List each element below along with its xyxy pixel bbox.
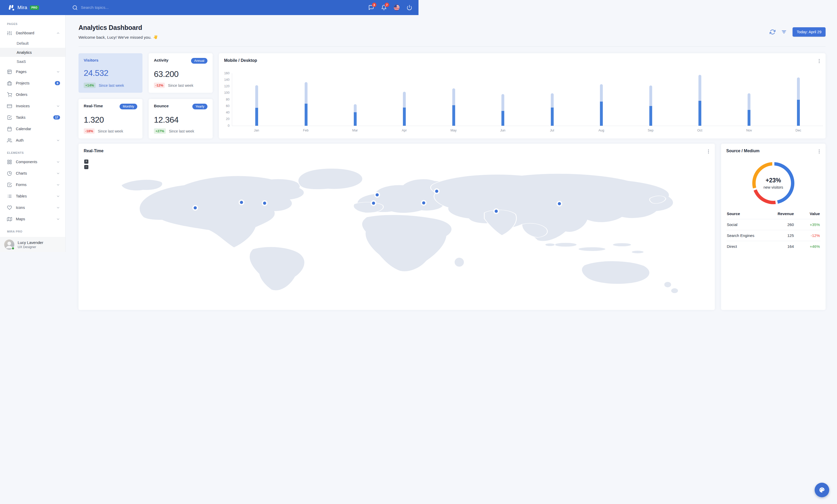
bar-chart-x-labels: JanFebMarAprMayJunJulAugSepOctNovDec bbox=[232, 129, 418, 132]
map-zoom-out-button[interactable]: − bbox=[84, 165, 88, 169]
check-square-icon bbox=[7, 182, 12, 187]
sidebar-item-calendar[interactable]: Calendar bbox=[0, 123, 65, 135]
sidebar-item-maps[interactable]: Maps bbox=[0, 213, 65, 225]
stat-card-top: BounceYearly bbox=[154, 104, 208, 109]
sidebar-item-tasks[interactable]: Tasks17 bbox=[0, 112, 65, 123]
us-flag-icon bbox=[394, 5, 399, 11]
sidebar-item-forms[interactable]: Forms bbox=[0, 179, 65, 190]
search-input[interactable] bbox=[81, 5, 141, 10]
sidebar-item-projects[interactable]: Projects8 bbox=[0, 77, 65, 89]
stat-note: Since last week bbox=[169, 129, 194, 133]
map-marker-west-coast-us bbox=[194, 206, 197, 209]
world-map: + − bbox=[84, 157, 418, 252]
language-flag-button[interactable] bbox=[394, 5, 399, 11]
stat-title: Visitors bbox=[84, 58, 99, 62]
chevron-down-icon bbox=[56, 70, 60, 74]
sidebar-item-label: Tables bbox=[16, 194, 27, 198]
sidebar-item-invoices[interactable]: Invoices bbox=[0, 100, 65, 112]
stat-card-real-time: Real-TimeMonthly1.320-18%Since last week bbox=[78, 99, 142, 138]
sidebar-item-charts[interactable]: Charts bbox=[0, 168, 65, 179]
sidebar-item-badge: 8 bbox=[55, 81, 60, 85]
delta-badge: -18% bbox=[84, 128, 95, 134]
layout-icon bbox=[7, 69, 12, 74]
user-role: UX Designer bbox=[18, 245, 43, 249]
map-marker-new-york bbox=[263, 202, 266, 205]
stat-value: 12.364 bbox=[154, 115, 208, 125]
chevron-down-icon bbox=[56, 194, 60, 198]
sidebar-subitem-default[interactable]: Default bbox=[0, 39, 65, 48]
sliders-icon bbox=[7, 31, 12, 36]
grid-icon bbox=[7, 160, 12, 165]
stat-title: Real-Time bbox=[84, 104, 103, 108]
briefcase-icon bbox=[7, 81, 12, 86]
pro-badge: PRO bbox=[30, 5, 39, 10]
map-marker-london bbox=[376, 193, 379, 197]
map-marker-chicago bbox=[240, 201, 243, 204]
stat-footer: +14%Since last week bbox=[84, 82, 137, 88]
stat-cards: Visitors24.532+14%Since last weekActivit… bbox=[78, 53, 213, 138]
bar-segment-mobile bbox=[255, 108, 258, 126]
users-icon bbox=[7, 138, 12, 143]
sidebar-user[interactable]: Lucy Lavender UX Designer bbox=[0, 237, 65, 252]
sidebar-item-components[interactable]: Components bbox=[0, 156, 65, 168]
calendar-icon bbox=[7, 127, 12, 131]
pie-chart-icon bbox=[7, 171, 12, 176]
period-badge: Monthly bbox=[120, 104, 137, 109]
stacked-bar bbox=[354, 73, 357, 126]
sidebar-item-label: Charts bbox=[16, 171, 27, 175]
sidebar-subitem-saas[interactable]: SaaS bbox=[0, 57, 65, 66]
stat-card-visitors: Visitors24.532+14%Since last week bbox=[78, 53, 142, 93]
bar-segment-desktop bbox=[403, 92, 406, 108]
period-badge: Yearly bbox=[192, 104, 208, 109]
spacer bbox=[403, 73, 406, 92]
chevron-down-icon bbox=[56, 217, 60, 221]
cart-icon bbox=[7, 92, 12, 97]
chevron-down-icon bbox=[56, 160, 60, 164]
navbar-actions: 3 7 bbox=[361, 5, 418, 11]
sidebar-item-dashboard[interactable]: Dashboard bbox=[0, 27, 65, 39]
sidebar: PAGESDashboardDefaultAnalyticsSaaSPagesP… bbox=[0, 15, 66, 252]
sidebar-item-tables[interactable]: Tables bbox=[0, 190, 65, 202]
bar-segment-desktop bbox=[354, 104, 357, 112]
sidebar-subitem-analytics[interactable]: Analytics bbox=[0, 48, 65, 57]
sidebar-item-orders[interactable]: Orders bbox=[0, 89, 65, 100]
map-marker-spain bbox=[372, 202, 375, 205]
power-icon bbox=[407, 5, 412, 11]
page-title: Analytics Dashboard bbox=[78, 24, 158, 32]
map-card-title: Real-Time bbox=[84, 149, 104, 153]
bar-segment-desktop bbox=[255, 85, 258, 108]
messages-button[interactable]: 3 bbox=[368, 5, 374, 11]
credit-card-icon bbox=[7, 104, 12, 109]
brand[interactable]: Mira PRO bbox=[0, 4, 66, 11]
stacked-bar bbox=[255, 73, 258, 126]
stat-card-top: ActivityAnnual bbox=[154, 58, 208, 64]
chevron-down-icon bbox=[56, 183, 60, 187]
sidebar-item-label: Invoices bbox=[16, 104, 30, 108]
notifications-button[interactable]: 7 bbox=[381, 5, 387, 11]
top-navbar: Mira PRO 3 7 bbox=[0, 0, 418, 15]
heart-icon bbox=[7, 205, 12, 210]
delta-badge: +27% bbox=[154, 128, 166, 134]
y-axis-tick: 40 bbox=[226, 111, 230, 114]
sidebar-item-label: Orders bbox=[16, 93, 27, 97]
messages-count-badge: 3 bbox=[372, 3, 376, 7]
map-zoom-in-button[interactable]: + bbox=[84, 160, 88, 164]
y-axis-tick: 120 bbox=[224, 85, 230, 88]
notifications-count-badge: 7 bbox=[385, 3, 389, 7]
sidebar-item-auth[interactable]: Auth bbox=[0, 135, 65, 146]
sidebar-item-badge: 17 bbox=[53, 115, 60, 119]
chart-title: Mobile / Desktop bbox=[224, 58, 257, 63]
sidebar-item-icons[interactable]: Icons bbox=[0, 202, 65, 213]
sign-out-button[interactable] bbox=[407, 5, 412, 11]
sidebar-item-label: Pages bbox=[16, 70, 26, 74]
sidebar-item-label: Maps bbox=[16, 217, 25, 221]
sidebar-item-pages[interactable]: Pages bbox=[0, 66, 65, 77]
page-subtitle: Welcome back, Lucy! We've missed you. bbox=[78, 35, 158, 40]
search-icon bbox=[72, 5, 78, 11]
sidebar-nav: PAGESDashboardDefaultAnalyticsSaaSPagesP… bbox=[0, 15, 65, 237]
stat-card-top: Visitors bbox=[84, 58, 137, 62]
bar-segment-mobile bbox=[305, 104, 307, 126]
sidebar-item-label: Forms bbox=[16, 183, 26, 187]
bar-segment-desktop bbox=[305, 82, 307, 104]
spacer bbox=[305, 73, 307, 82]
